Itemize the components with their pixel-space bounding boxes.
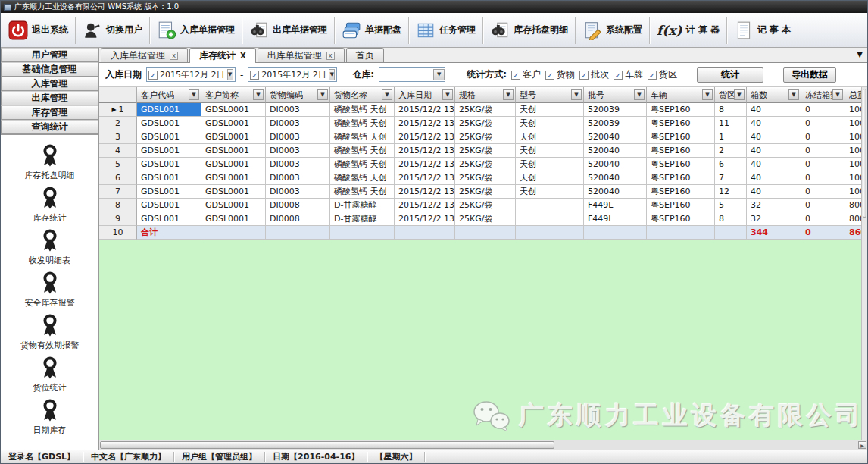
column-filter-dropdown-icon[interactable]: ▼: [503, 89, 514, 100]
table-cell[interactable]: DI0003: [266, 171, 330, 185]
total-cell[interactable]: [455, 226, 516, 240]
table-cell[interactable]: GDSL0001: [201, 185, 266, 199]
table-cell[interactable]: 粤SEP160: [647, 144, 715, 158]
tab-3[interactable]: 出库单据管理x: [258, 48, 345, 62]
table-cell[interactable]: GDSL0001: [201, 199, 266, 212]
table-cell[interactable]: 2015/12/2 13:07: [395, 158, 455, 171]
table-cell[interactable]: 0: [801, 171, 845, 185]
table-cell[interactable]: 粤SEP160: [647, 171, 715, 185]
total-cell[interactable]: [266, 226, 330, 240]
column-header-6[interactable]: 规格▼: [455, 87, 516, 103]
table-cell[interactable]: 0: [801, 144, 845, 158]
sidebar-menu-button-6[interactable]: 查询统计: [1, 120, 98, 134]
table-cell[interactable]: 2: [715, 144, 747, 158]
table-cell[interactable]: GDSL001: [137, 212, 201, 226]
table-cell[interactable]: 25KG/袋: [455, 185, 516, 199]
order-allocation-button[interactable]: 单据配盘: [336, 15, 407, 45]
sidebar-report-item-7[interactable]: 日期库存: [1, 396, 98, 438]
column-filter-dropdown-icon[interactable]: ▼: [253, 89, 264, 100]
table-cell[interactable]: 520040: [584, 158, 647, 171]
table-cell[interactable]: 8: [715, 103, 747, 117]
tab-1[interactable]: 入库单据管理x: [101, 48, 188, 62]
table-cell[interactable]: 8: [715, 212, 747, 226]
checkbox-icon[interactable]: ✓: [579, 71, 589, 80]
column-header-7[interactable]: 型号▼: [516, 87, 584, 103]
table-cell[interactable]: 0: [801, 117, 845, 130]
table-cell[interactable]: DI0003: [266, 117, 330, 130]
column-filter-dropdown-icon[interactable]: ▼: [189, 89, 199, 100]
column-header-3[interactable]: 货物编码▼: [266, 87, 330, 103]
row-number-cell[interactable]: 9: [99, 212, 137, 226]
date-to-checkbox[interactable]: ✓: [250, 71, 259, 80]
column-header-4[interactable]: 货物名称▼: [330, 87, 395, 103]
table-cell[interactable]: 粤SEP160: [647, 199, 715, 212]
table-cell[interactable]: 40: [747, 158, 801, 171]
table-cell[interactable]: 磷酸氢钙 天创: [330, 103, 395, 117]
table-cell[interactable]: 2015/12/2 13:07: [395, 185, 455, 199]
table-cell[interactable]: GDSL001: [137, 130, 201, 144]
row-number-cell[interactable]: 3: [99, 130, 137, 144]
table-cell[interactable]: 0: [801, 185, 845, 199]
stat-checkbox-2[interactable]: ✓货物: [545, 68, 575, 81]
table-cell[interactable]: DI0003: [266, 185, 330, 199]
table-cell[interactable]: [516, 212, 584, 226]
table-cell[interactable]: 2015/12/2 13:07: [395, 144, 455, 158]
table-cell[interactable]: 天创: [516, 158, 584, 171]
column-filter-dropdown-icon[interactable]: ▼: [734, 89, 745, 100]
date-from-dropdown-icon[interactable]: ▼: [227, 69, 234, 80]
table-cell[interactable]: 40: [747, 103, 801, 117]
exit-system-button[interactable]: 退出系统: [2, 15, 74, 45]
tab-2[interactable]: 库存统计X: [189, 48, 256, 63]
column-filter-dropdown-icon[interactable]: ▼: [788, 89, 799, 100]
warehouse-select[interactable]: ▼: [379, 67, 445, 82]
table-cell[interactable]: DI0003: [266, 130, 330, 144]
table-cell[interactable]: 0: [801, 130, 845, 144]
table-cell[interactable]: 800: [845, 199, 863, 212]
table-cell[interactable]: 磷酸氢钙 天创: [330, 117, 395, 130]
sidebar-menu-button-3[interactable]: 入库管理: [1, 77, 98, 91]
sidebar-report-item-5[interactable]: 货物有效期报警: [1, 311, 98, 353]
outbound-orders-button[interactable]: 出库单据管理: [243, 15, 333, 45]
table-cell[interactable]: GDSL0001: [201, 171, 266, 185]
sidebar-report-item-6[interactable]: 货位统计: [1, 353, 98, 396]
table-cell[interactable]: 12: [715, 185, 747, 199]
sidebar-report-item-3[interactable]: 收发明细表: [1, 226, 98, 268]
table-cell[interactable]: 磷酸氢钙 天创: [330, 171, 395, 185]
column-header-12[interactable]: 冻结箱数▼: [801, 87, 845, 103]
sidebar-menu-button-1[interactable]: 用户管理: [1, 48, 98, 62]
table-cell[interactable]: 1000: [845, 144, 863, 158]
table-cell[interactable]: GDSL0001: [201, 117, 266, 130]
column-header-2[interactable]: 客户简称▼: [201, 87, 266, 103]
notepad-button[interactable]: 记 事 本: [728, 15, 797, 45]
column-header-9[interactable]: 车辆▼: [647, 87, 715, 103]
table-cell[interactable]: DI0003: [266, 158, 330, 171]
stat-checkbox-4[interactable]: ✓车牌: [614, 68, 643, 81]
table-cell[interactable]: GDSL001: [137, 103, 201, 117]
table-cell[interactable]: 磷酸氢钙 天创: [330, 130, 395, 144]
grid-corner-cell[interactable]: [99, 87, 137, 103]
table-cell[interactable]: 25KG/袋: [455, 103, 516, 117]
table-cell[interactable]: GDSL001: [137, 158, 201, 171]
tab-close-icon[interactable]: x: [326, 52, 335, 60]
sidebar-report-item-2[interactable]: 库存统计: [1, 183, 98, 226]
row-number-cell[interactable]: 4: [99, 144, 137, 158]
row-number-cell[interactable]: 5: [99, 158, 137, 171]
row-number-cell[interactable]: ▶1: [99, 103, 137, 117]
table-cell[interactable]: 2015/12/2 13:07: [395, 130, 455, 144]
tab-4[interactable]: 首页: [346, 48, 384, 62]
table-cell[interactable]: 天创: [516, 103, 584, 117]
tab-close-icon[interactable]: x: [170, 52, 178, 60]
table-cell[interactable]: GDSL0001: [201, 144, 266, 158]
table-cell[interactable]: 520040: [584, 171, 647, 185]
warehouse-dropdown-icon[interactable]: ▼: [433, 69, 445, 80]
table-cell[interactable]: 520040: [584, 144, 647, 158]
table-cell[interactable]: 天创: [516, 117, 584, 130]
tab-list-dropdown-icon[interactable]: ▼: [857, 50, 863, 58]
table-cell[interactable]: 40: [747, 171, 801, 185]
total-cell[interactable]: 344: [747, 226, 801, 240]
table-cell[interactable]: 磷酸氢钙 天创: [330, 144, 395, 158]
row-number-cell[interactable]: 8: [99, 199, 137, 212]
table-cell[interactable]: GDSL001: [137, 117, 201, 130]
checkbox-icon[interactable]: ✓: [511, 71, 520, 80]
table-cell[interactable]: F449L: [584, 212, 647, 226]
